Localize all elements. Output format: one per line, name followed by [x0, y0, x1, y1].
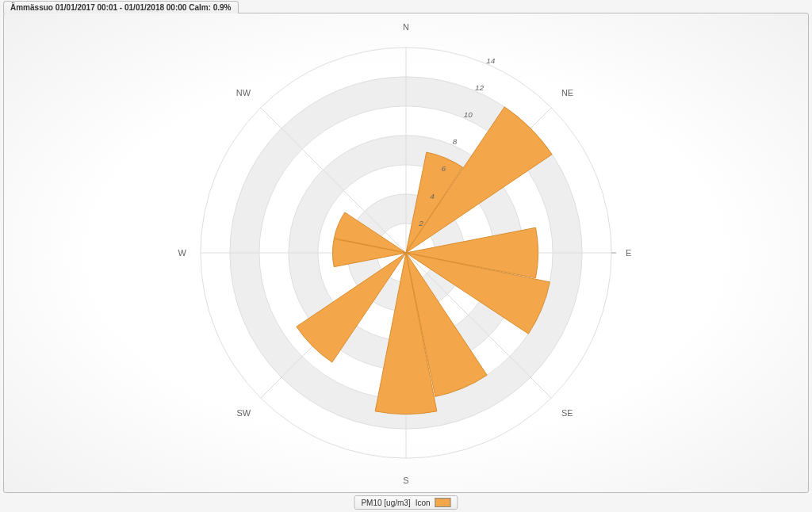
- compass-label-SE: SE: [561, 408, 573, 418]
- chart-frame: 2468101214NNEESESSWWNW: [3, 13, 809, 493]
- svg-text:12: 12: [475, 83, 485, 92]
- compass-label-SW: SW: [236, 408, 251, 418]
- legend: PM10 [ug/m3] Icon: [354, 495, 458, 510]
- compass-label-N: N: [403, 22, 409, 32]
- compass-label-W: W: [178, 248, 187, 258]
- svg-text:6: 6: [441, 164, 446, 173]
- chart-title-tab: Ämmässuo 01/01/2017 00:01 - 01/01/2018 0…: [3, 1, 239, 13]
- legend-swatch: [435, 498, 451, 507]
- page-root: Ämmässuo 01/01/2017 00:01 - 01/01/2018 0…: [0, 0, 812, 512]
- compass-label-E: E: [626, 248, 631, 258]
- svg-text:14: 14: [486, 56, 496, 65]
- wind-rose-chart: 2468101214NNEESESSWWNW: [4, 13, 808, 492]
- svg-text:8: 8: [453, 137, 458, 146]
- compass-label-NW: NW: [236, 88, 251, 97]
- legend-series-label: PM10 [ug/m3]: [361, 499, 410, 507]
- compass-label-NE: NE: [561, 88, 573, 97]
- compass-label-S: S: [403, 476, 408, 485]
- svg-text:2: 2: [418, 219, 423, 227]
- legend-icon-label: Icon: [416, 499, 431, 507]
- svg-text:4: 4: [430, 192, 435, 201]
- svg-text:10: 10: [464, 110, 473, 119]
- svg-line-14: [261, 108, 406, 253]
